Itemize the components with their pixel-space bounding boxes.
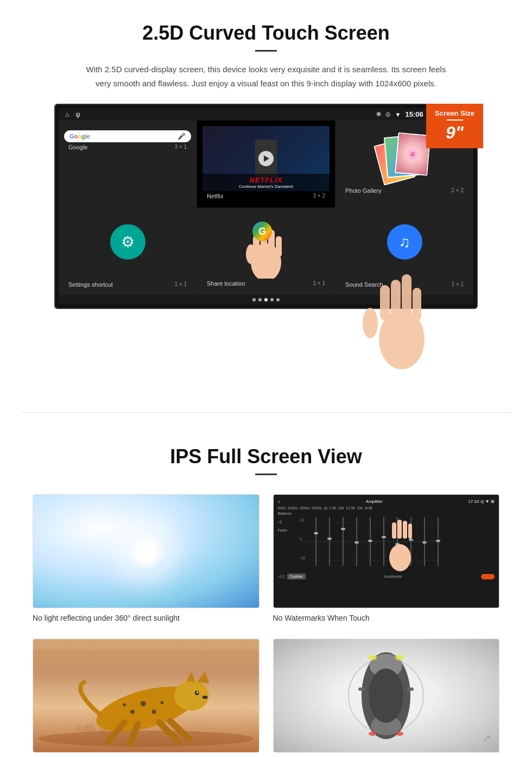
amp-freq-labels: 60hz 100hz 200hz 500hz 1k 2.5k 10k 12.5k… (278, 506, 495, 510)
freq-label-3: 200hz (300, 506, 310, 510)
svg-point-60 (99, 729, 107, 737)
section-separator (22, 412, 510, 413)
svg-rect-19 (314, 532, 318, 534)
g-logo: G (252, 222, 272, 241)
freq-label-2: 100hz (288, 506, 298, 510)
feature-speed: Super Fast Response (33, 639, 259, 757)
svg-rect-21 (327, 538, 332, 540)
netflix-logo: NETFLIX (206, 176, 326, 184)
google-logo: Google (69, 133, 90, 140)
svg-rect-33 (409, 539, 413, 541)
amp-back-icon: ◁◁ (278, 574, 284, 579)
ips-section: IPS Full Screen View No light reflecting… (0, 434, 532, 757)
play-button[interactable] (258, 151, 274, 166)
svg-rect-8 (380, 285, 390, 320)
svg-point-5 (246, 244, 256, 264)
svg-point-51 (141, 701, 146, 706)
car-arrow-icon: ↗ (483, 732, 491, 744)
google-label: Google 3 × 1 (64, 142, 191, 152)
cheetah-image (33, 639, 259, 753)
freq-label-1: 60hz (278, 506, 286, 510)
svg-text:-10: -10 (300, 556, 305, 560)
netflix-subtitle: Continue Marvel's Daredevil (206, 184, 326, 189)
amp-slider-group: 10 0 -10 (300, 512, 495, 571)
custom-button[interactable]: Custom (287, 573, 306, 579)
usb-icon: ψ (75, 111, 80, 118)
amp-controls: Balance ◁) Fader (278, 512, 495, 571)
netflix-app-cell[interactable]: NETFLIX Continue Marvel's Daredevil Netf… (197, 121, 335, 207)
svg-point-69 (368, 655, 377, 660)
svg-rect-68 (407, 687, 414, 691)
feature-viewing-angle: ↗ Large Viewing Angle (273, 639, 500, 757)
freq-label-4: 500hz (312, 506, 322, 510)
hand-area: G (202, 213, 330, 279)
amp-title: Amplifier (366, 499, 383, 504)
svg-rect-23 (341, 528, 345, 530)
svg-text:0: 0 (300, 537, 302, 541)
dot-5 (276, 298, 280, 301)
flower-image: 🌸 (396, 134, 429, 175)
location-icon: ◎ (385, 111, 391, 118)
curved-touch-section: 2.5D Curved Touch Screen With 2.5D curve… (0, 0, 532, 380)
svg-point-54 (160, 701, 163, 704)
sky-background (33, 495, 259, 608)
cheetah-background (33, 639, 259, 752)
dust-cloud (33, 650, 259, 683)
amplifier-image: ⌂ Amplifier 17:33 ◎ ▼ ⊠ 60hz 100hz 200hz… (273, 494, 500, 608)
svg-rect-37 (436, 540, 440, 542)
svg-point-53 (130, 710, 135, 714)
amp-home-icon: ⌂ (278, 499, 281, 504)
curved-title: 2.5D Curved Touch Screen (33, 22, 499, 45)
svg-rect-35 (422, 541, 427, 544)
settings-cell[interactable]: ⚙ Settings shortcut 1 × 1 (59, 208, 197, 295)
screen-size-badge: Screen Size 9" (426, 104, 483, 148)
fader-label: Fader (278, 528, 297, 532)
svg-text:10: 10 (300, 518, 304, 522)
feature-grid: No light reflecting under 360° direct su… (33, 494, 499, 757)
music-note-icon: ♫ (399, 234, 410, 251)
svg-point-11 (363, 308, 378, 338)
car-background: ↗ (274, 639, 499, 752)
curved-description: With 2.5D curved-display screen, this de… (81, 62, 451, 90)
netflix-bg: NETFLIX Continue Marvel's Daredevil (202, 126, 330, 191)
svg-rect-29 (382, 536, 386, 538)
svg-point-70 (395, 655, 404, 660)
freq-label-sub: SUB (364, 506, 372, 510)
svg-rect-39 (397, 520, 402, 539)
svg-point-52 (152, 710, 156, 714)
freq-label-6: 2.5k (329, 506, 336, 510)
svg-point-10 (379, 310, 425, 369)
freq-label-8: 12.5k (346, 506, 355, 510)
decorative-hand (353, 263, 451, 385)
google-app-cell[interactable]: Google 🎤 Google 3 × 1 (59, 121, 197, 207)
svg-point-42 (389, 544, 411, 571)
wifi-icon: ▼ (395, 111, 401, 118)
svg-rect-38 (392, 522, 396, 539)
feature-watermarks: ⌂ Amplifier 17:33 ◎ ▼ ⊠ 60hz 100hz 200hz… (273, 494, 500, 622)
badge-divider (447, 119, 463, 121)
device-wrapper: Screen Size 9" ⌂ ψ ✻ ◎ ▼ 15:06 📷 ◁)) ⊠ (54, 104, 478, 309)
dot-2 (258, 298, 262, 301)
svg-rect-67 (358, 687, 365, 691)
amp-footer: ◁◁ Custom loudness (278, 573, 495, 579)
watermarks-caption: No Watermarks When Touch (273, 614, 500, 622)
freq-label-9: 15k (357, 506, 363, 510)
car-svg (351, 641, 421, 750)
amp-header: ⌂ Amplifier 17:33 ◎ ▼ ⊠ (278, 499, 495, 504)
balance-label: Balance (278, 512, 297, 515)
hand-svg: G (244, 219, 288, 279)
svg-point-72 (396, 731, 403, 736)
dot-4 (270, 298, 274, 301)
share-location-cell[interactable]: G (197, 208, 335, 295)
sunlight-caption: No light reflecting under 360° direct su… (33, 614, 259, 622)
share-label: Share location 1 × 1 (202, 279, 330, 288)
loudness-toggle[interactable] (481, 574, 495, 579)
dot-1 (252, 298, 256, 301)
svg-point-55 (123, 703, 126, 706)
play-triangle-icon (264, 155, 269, 162)
home-icon: ⌂ (65, 111, 69, 118)
svg-point-62 (75, 724, 82, 731)
svg-point-50 (202, 696, 208, 699)
google-search-bar[interactable]: Google 🎤 (64, 130, 191, 142)
svg-point-61 (83, 724, 96, 737)
